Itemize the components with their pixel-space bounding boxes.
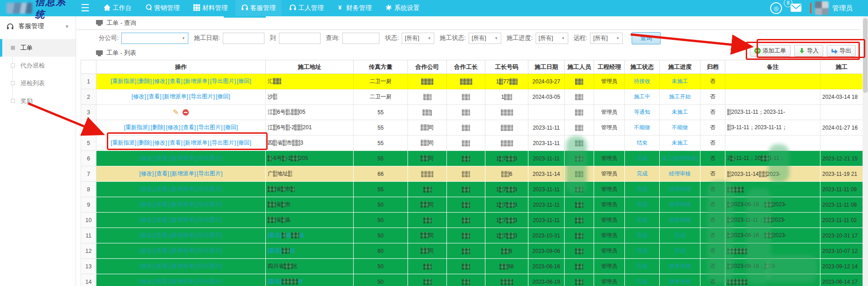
op-link[interactable]: [导出图片] [197, 186, 222, 192]
op-link[interactable]: [导出图片] [197, 232, 222, 238]
cell-construction-progress[interactable]: 未施工 [660, 136, 700, 151]
nav-item-5[interactable]: 工人管理 [283, 0, 330, 16]
cell-construction-status[interactable]: 完成 [625, 243, 660, 259]
op-link[interactable]: [修改] [153, 140, 167, 146]
sidebar-item-2[interactable]: 代办巡检 [0, 57, 76, 74]
date-from-input[interactable] [223, 33, 264, 44]
nav-item-1[interactable]: 工作台 [98, 0, 138, 16]
op-link[interactable]: [导出图片] [197, 170, 222, 177]
date-to-input[interactable] [279, 33, 321, 44]
cell-construction-progress[interactable]: 返工[经理审核] [660, 151, 700, 166]
cell-construction-progress[interactable]: 不能做 [660, 120, 700, 136]
cell-construction-progress[interactable]: 经理审核 [660, 197, 700, 213]
op-link[interactable]: [查看] [168, 78, 182, 84]
op-link[interactable]: [新增派单] [170, 170, 196, 177]
cell-construction-status[interactable]: 完成 [625, 151, 660, 166]
op-link[interactable]: [查看] [155, 232, 169, 238]
cell-construction-status[interactable]: 结束 [625, 136, 660, 151]
sidebar-item-1[interactable]: 工单 [0, 39, 76, 57]
forbid-icon[interactable] [182, 109, 189, 116]
cell-construction-status[interactable]: 完成 [625, 213, 660, 228]
nav-item-3[interactable]: 材料管理 [187, 0, 234, 16]
op-link[interactable]: [删除] [151, 124, 165, 131]
status-select[interactable]: [所有]▼ [402, 33, 434, 44]
op-link[interactable]: [导出图片] [197, 201, 222, 208]
op-link[interactable]: [新增派单] [170, 217, 196, 223]
op-link[interactable]: [新增派单] [183, 140, 209, 146]
scrollbar-thumb[interactable] [863, 18, 868, 93]
add-work-order-button[interactable]: 添加工单 [750, 45, 791, 57]
cell-construction-progress[interactable]: 完成 [660, 243, 700, 259]
cell-construction-status[interactable]: 完成 [625, 274, 660, 286]
op-link[interactable]: [撤回] [237, 78, 251, 84]
nav-item-7[interactable]: 系统设置 [379, 0, 426, 16]
op-link[interactable]: [新增派单] [170, 201, 196, 208]
op-link[interactable]: [新增派单] [170, 278, 196, 285]
nav-item-4[interactable]: 客服管理 [235, 0, 282, 16]
cell-construction-status[interactable]: 完成 [625, 259, 660, 274]
op-link[interactable]: [修改] [139, 170, 154, 177]
op-link[interactable]: [修改] [139, 247, 154, 254]
cell-construction-status[interactable]: 不能做 [625, 120, 660, 136]
op-link[interactable]: [修改] [166, 124, 181, 131]
op-link[interactable]: [删除] [137, 78, 152, 84]
op-link[interactable]: [查看] [147, 93, 162, 100]
op-link[interactable]: [查看] [155, 186, 169, 192]
cell-construction-status[interactable]: 完成 [625, 197, 660, 213]
cell-construction-status[interactable]: 完成 [625, 228, 660, 243]
cell-construction-status[interactable]: 待接收 [625, 74, 660, 89]
cell-construction-progress[interactable]: 施工开始 [660, 89, 700, 105]
company-select[interactable]: ▼ [121, 33, 188, 44]
op-link[interactable]: [导出图片] [210, 140, 236, 146]
op-link[interactable]: [导出图片] [189, 93, 215, 100]
cell-address[interactable]: [基坑]市 [266, 274, 354, 286]
cell-construction-progress[interactable]: 财务审核 [660, 274, 700, 286]
construction-status-select[interactable]: [所有]▼ [469, 33, 501, 44]
cell-construction-status[interactable]: 完成 [625, 182, 660, 197]
nav-item-6[interactable]: ¥财务管理 [331, 0, 378, 16]
cell-construction-progress[interactable]: 经理审核 [660, 166, 700, 182]
import-button[interactable]: 导入 [794, 45, 823, 57]
op-link[interactable]: [查看] [155, 247, 169, 254]
op-link[interactable]: [导出图片] [197, 155, 222, 161]
op-link[interactable]: [修改] [139, 278, 154, 285]
op-link[interactable]: [新增派单] [170, 263, 196, 269]
op-link[interactable]: [修改] [139, 155, 154, 161]
op-link[interactable]: [查看] [155, 155, 169, 161]
cell-address[interactable]: [基坑]省区 [266, 228, 354, 243]
op-link[interactable]: [撤回] [223, 124, 238, 131]
cell-construction-progress[interactable]: 绩效审核 [660, 213, 700, 228]
cell-construction-progress[interactable]: 未施工 [660, 105, 700, 120]
hamburger-menu-icon[interactable]: ☰ [81, 3, 90, 13]
support-icon[interactable]: ◎ [770, 2, 782, 14]
remote-select[interactable]: [所有]▼ [590, 33, 623, 44]
cell-construction-status[interactable]: 等通知 [625, 105, 660, 120]
op-link[interactable]: [修改] [139, 201, 154, 208]
sidebar-item-3[interactable]: 巡检列表 [0, 74, 76, 92]
op-link[interactable]: [修改] [139, 217, 154, 223]
op-link[interactable]: [修改] [132, 93, 146, 100]
op-link[interactable]: [查看] [155, 170, 169, 177]
op-link[interactable]: [查看] [155, 263, 169, 269]
op-link[interactable]: [查看] [168, 140, 182, 146]
op-link[interactable]: [重新指派] [124, 124, 150, 131]
keyword-input[interactable] [342, 33, 379, 44]
op-link[interactable]: [删除] [137, 140, 152, 146]
edit-pencil-icon[interactable]: ✎ [173, 108, 179, 116]
op-link[interactable]: [查看] [155, 201, 169, 208]
op-link[interactable]: [修改] [139, 263, 154, 269]
messages-button[interactable]: 8 [790, 3, 802, 14]
op-link[interactable]: [修改] [139, 232, 154, 238]
op-link[interactable]: [查看] [155, 217, 169, 223]
cell-address[interactable]: [基坑]区 [266, 243, 354, 259]
user-menu[interactable]: 管理员 [810, 1, 853, 15]
export-button[interactable]: 导出 [827, 45, 856, 57]
cell-construction-status[interactable]: 施工中 [625, 89, 660, 105]
op-link[interactable]: [重新指派] [110, 140, 136, 146]
op-link[interactable]: [修改] [153, 78, 167, 84]
op-link[interactable]: [导出图片] [197, 247, 222, 254]
query-button[interactable]: 查询 [632, 32, 661, 44]
op-link[interactable]: [新增派单] [170, 155, 196, 161]
op-link[interactable]: [修改] [139, 186, 154, 192]
op-link[interactable]: [新增派单] [163, 93, 188, 100]
